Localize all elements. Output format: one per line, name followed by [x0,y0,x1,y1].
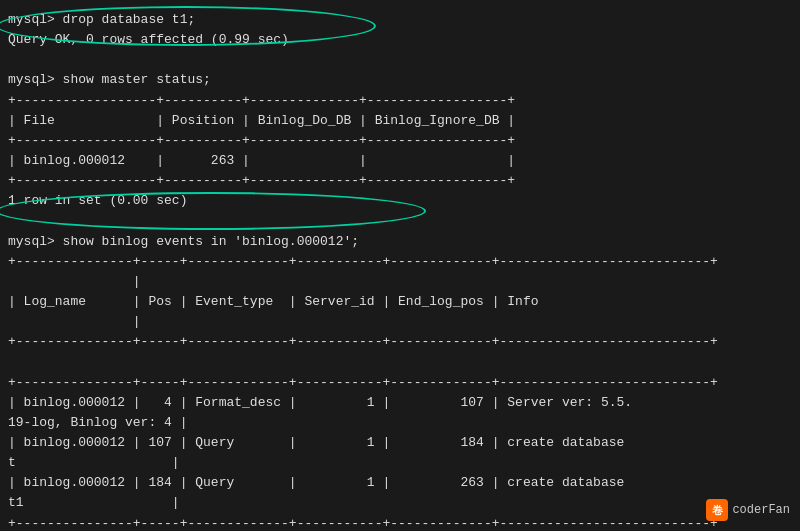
line-26: +---------------+-----+-------------+---… [8,514,792,531]
line-6: | File | Position | Binlog_Do_DB | Binlo… [8,111,792,131]
line-16: | [8,312,792,332]
line-19: +---------------+-----+-------------+---… [8,373,792,393]
line-7: +------------------+----------+---------… [8,131,792,151]
line-15: | Log_name | Pos | Event_type | Server_i… [8,292,792,312]
line-10: 1 row in set (0.00 sec) [8,191,792,211]
line-20: | binlog.000012 | 4 | Format_desc | 1 | … [8,393,792,413]
line-21: 19-log, Binlog ver: 4 | [8,413,792,433]
line-3 [8,50,792,70]
line-17: +---------------+-----+-------------+---… [8,332,792,352]
line-11 [8,211,792,231]
line-5: +------------------+----------+---------… [8,91,792,111]
terminal: mysql> drop database t1; Query OK, 0 row… [0,0,800,531]
line-2: Query OK, 0 rows affected (0.99 sec) [8,30,792,50]
watermark: 卷 coderFan [706,499,790,521]
line-18 [8,352,792,372]
line-1: mysql> drop database t1; [8,10,792,30]
line-13: +---------------+-----+-------------+---… [8,252,792,272]
line-4: mysql> show master status; [8,70,792,90]
line-24: | binlog.000012 | 184 | Query | 1 | 263 … [8,473,792,493]
line-22: | binlog.000012 | 107 | Query | 1 | 184 … [8,433,792,453]
line-8: | binlog.000012 | 263 | | | [8,151,792,171]
line-14: | [8,272,792,292]
line-9: +------------------+----------+---------… [8,171,792,191]
line-23: t | [8,453,792,473]
watermark-text: coderFan [732,503,790,517]
line-25: t1 | [8,493,792,513]
line-12: mysql> show binlog events in 'binlog.000… [8,232,792,252]
watermark-icon: 卷 [706,499,728,521]
